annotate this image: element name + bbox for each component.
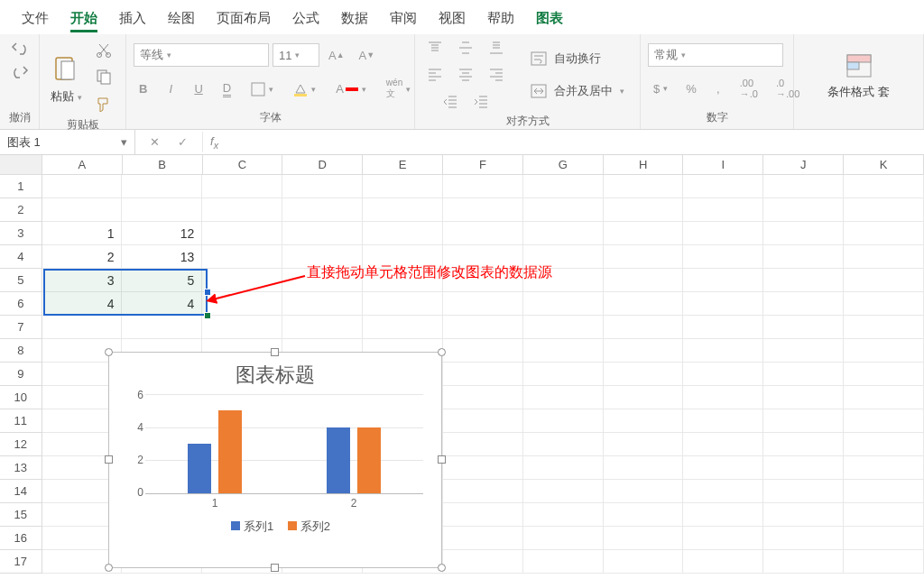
cell-H8[interactable]: [604, 339, 684, 363]
align-center-button[interactable]: [453, 65, 478, 85]
cell-I15[interactable]: [683, 503, 763, 527]
cell-D3[interactable]: [282, 222, 363, 245]
tab-formulas[interactable]: 公式: [282, 3, 330, 34]
row-15[interactable]: 15: [0, 503, 42, 527]
paste-button[interactable]: 粘贴: [51, 88, 82, 105]
cell-G3[interactable]: [523, 222, 604, 245]
fill-color-button[interactable]: [288, 78, 321, 100]
cell-A4[interactable]: 2: [42, 245, 123, 269]
spreadsheet-grid[interactable]: A B C D E F G H I J K 123112421353564478…: [0, 155, 924, 588]
number-format-select[interactable]: 常规: [648, 43, 783, 67]
cell-H6[interactable]: [604, 292, 684, 316]
cell-B5[interactable]: 5: [122, 269, 202, 292]
cell-F11[interactable]: [443, 409, 523, 433]
chart-title[interactable]: 图表标题: [109, 353, 441, 394]
cell-K11[interactable]: [844, 409, 924, 433]
cell-H3[interactable]: [604, 222, 684, 245]
cell-H7[interactable]: [604, 316, 684, 339]
cell-B3[interactable]: 12: [122, 222, 202, 245]
cell-F6[interactable]: [443, 292, 523, 316]
cell-H14[interactable]: [604, 480, 684, 503]
cell-J7[interactable]: [763, 316, 844, 339]
cell-J6[interactable]: [763, 292, 844, 316]
cell-J14[interactable]: [763, 480, 844, 503]
row-1[interactable]: 1: [0, 175, 42, 198]
col-H[interactable]: H: [604, 155, 684, 175]
font-color-button[interactable]: A: [330, 78, 372, 99]
cell-J12[interactable]: [763, 433, 844, 456]
cell-K9[interactable]: [844, 363, 924, 386]
cell-J2[interactable]: [763, 198, 844, 222]
cell-H4[interactable]: [604, 245, 684, 269]
chart-legend[interactable]: 系列1 系列2: [109, 519, 441, 535]
cut-button[interactable]: [90, 38, 117, 61]
cell-D7[interactable]: [282, 316, 363, 339]
cell-H11[interactable]: [604, 409, 684, 433]
tab-data[interactable]: 数据: [330, 3, 379, 34]
wrap-text-button[interactable]: 自动换行: [525, 47, 606, 70]
cell-E6[interactable]: [363, 292, 443, 316]
cell-G8[interactable]: [523, 339, 604, 363]
italic-button[interactable]: I: [162, 78, 180, 99]
row-9[interactable]: 9: [0, 363, 42, 386]
cell-I4[interactable]: [683, 245, 763, 269]
col-F[interactable]: F: [443, 155, 523, 175]
bold-button[interactable]: B: [134, 78, 152, 99]
cell-I16[interactable]: [683, 527, 763, 550]
cell-J16[interactable]: [763, 527, 844, 550]
cell-A5[interactable]: 3: [42, 269, 123, 292]
cell-J5[interactable]: [763, 269, 844, 292]
cell-F16[interactable]: [443, 527, 523, 550]
cell-G9[interactable]: [523, 363, 604, 386]
drag-handle-corner[interactable]: [204, 312, 211, 319]
row-10[interactable]: 10: [0, 386, 42, 409]
cell-F2[interactable]: [443, 198, 523, 222]
tab-home[interactable]: 开始: [60, 3, 108, 34]
tab-layout[interactable]: 页面布局: [206, 3, 282, 34]
cell-K8[interactable]: [844, 339, 924, 363]
cell-J3[interactable]: [763, 222, 844, 245]
align-top-button[interactable]: [422, 38, 448, 58]
row-16[interactable]: 16: [0, 527, 42, 550]
merge-center-button[interactable]: 合并及居中: [525, 79, 630, 103]
decrease-indent-button[interactable]: [438, 92, 463, 112]
cell-B7[interactable]: [122, 316, 202, 339]
cell-G7[interactable]: [523, 316, 604, 339]
cell-I3[interactable]: [683, 222, 763, 245]
cell-K2[interactable]: [844, 198, 924, 222]
row-17[interactable]: 17: [0, 550, 42, 574]
currency-button[interactable]: $: [648, 78, 673, 99]
col-E[interactable]: E: [363, 155, 443, 175]
cell-J15[interactable]: [763, 503, 844, 527]
cell-B4[interactable]: 13: [122, 245, 202, 269]
cell-H2[interactable]: [604, 198, 684, 222]
cell-F3[interactable]: [443, 222, 523, 245]
cell-I10[interactable]: [683, 386, 763, 409]
select-all-corner[interactable]: [0, 155, 42, 175]
border-button[interactable]: [245, 78, 279, 100]
cell-K13[interactable]: [844, 456, 924, 480]
cell-F14[interactable]: [443, 480, 523, 503]
align-left-button[interactable]: [422, 65, 448, 85]
col-J[interactable]: J: [763, 155, 844, 175]
cell-K7[interactable]: [844, 316, 924, 339]
cell-H12[interactable]: [604, 433, 684, 456]
phonetic-button[interactable]: wén文: [381, 74, 416, 104]
cell-F10[interactable]: [443, 386, 523, 409]
cell-F1[interactable]: [443, 175, 523, 198]
cell-F12[interactable]: [443, 433, 523, 456]
tab-file[interactable]: 文件: [11, 3, 60, 34]
cell-E1[interactable]: [363, 175, 443, 198]
col-C[interactable]: C: [203, 155, 283, 175]
increase-indent-button[interactable]: [468, 92, 494, 112]
cell-A3[interactable]: 1: [42, 222, 123, 245]
cell-K6[interactable]: [844, 292, 924, 316]
cell-J10[interactable]: [763, 386, 844, 409]
cell-G13[interactable]: [523, 456, 604, 480]
cell-I1[interactable]: [683, 175, 763, 198]
row-11[interactable]: 11: [0, 409, 42, 433]
cell-F9[interactable]: [443, 363, 523, 386]
tab-view[interactable]: 视图: [428, 3, 476, 34]
cell-I7[interactable]: [683, 316, 763, 339]
cell-G1[interactable]: [523, 175, 604, 198]
